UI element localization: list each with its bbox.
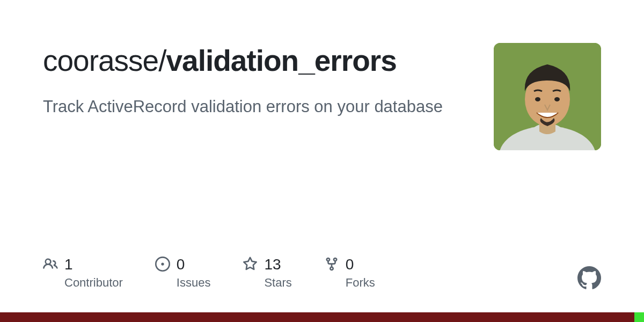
svg-point-4	[554, 97, 560, 101]
avatar	[494, 43, 601, 150]
repo-name: validation_errors	[166, 44, 396, 77]
language-bar	[0, 312, 644, 322]
stat-value: 13	[264, 255, 291, 274]
issue-icon	[155, 257, 170, 272]
stat-label: Stars	[264, 276, 291, 290]
fork-icon	[324, 257, 339, 272]
github-icon	[577, 266, 601, 290]
repo-description: Track ActiveRecord validation errors on …	[43, 94, 462, 120]
svg-point-3	[535, 97, 540, 101]
stat-forks: 0 Forks	[324, 255, 375, 290]
stat-issues: 0 Issues	[155, 255, 211, 290]
stats-row: 1 Contributor 0 Issues 13 Stars 0 Forks	[43, 255, 375, 290]
stat-stars: 13 Stars	[243, 255, 291, 290]
star-icon	[243, 257, 258, 272]
stat-label: Contributor	[64, 276, 123, 290]
repo-title: coorasse/validation_errors	[43, 43, 462, 78]
stat-label: Forks	[346, 276, 375, 290]
language-segment	[634, 312, 644, 322]
stat-value: 1	[64, 255, 123, 274]
repo-owner: coorasse	[43, 44, 158, 77]
stat-value: 0	[346, 255, 375, 274]
people-icon	[43, 257, 58, 272]
stat-contributors: 1 Contributor	[43, 255, 123, 290]
stat-value: 0	[177, 255, 211, 274]
language-segment	[0, 312, 634, 322]
stat-label: Issues	[177, 276, 211, 290]
